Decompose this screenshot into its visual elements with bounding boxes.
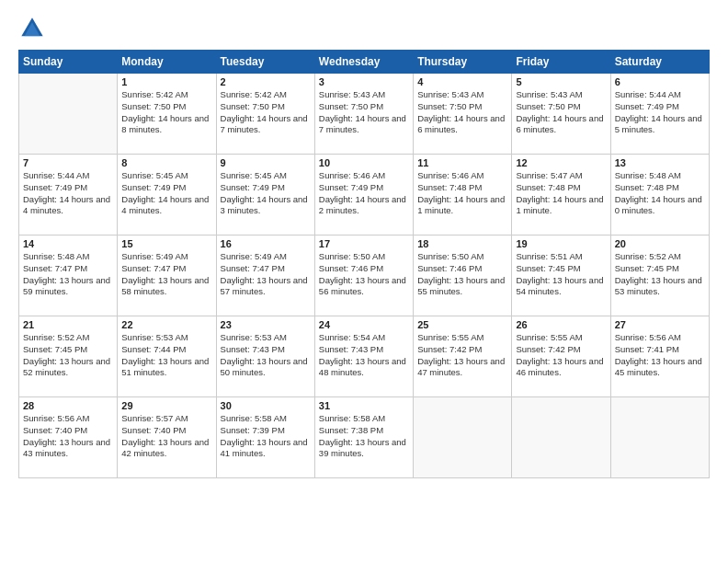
calendar-cell bbox=[19, 74, 118, 155]
calendar-cell bbox=[610, 397, 709, 478]
calendar-week-4: 21Sunrise: 5:52 AMSunset: 7:45 PMDayligh… bbox=[19, 316, 710, 397]
day-number: 14 bbox=[23, 238, 113, 249]
weekday-header-saturday: Saturday bbox=[610, 51, 709, 74]
calendar-cell: 16Sunrise: 5:49 AMSunset: 7:47 PMDayligh… bbox=[216, 236, 314, 316]
day-number: 19 bbox=[516, 238, 606, 249]
cell-info: Sunrise: 5:44 AMSunset: 7:49 PMDaylight:… bbox=[23, 170, 113, 217]
calendar-cell: 27Sunrise: 5:56 AMSunset: 7:41 PMDayligh… bbox=[610, 316, 709, 397]
calendar-cell: 28Sunrise: 5:56 AMSunset: 7:40 PMDayligh… bbox=[19, 397, 118, 478]
calendar-cell bbox=[512, 397, 610, 478]
calendar-cell bbox=[414, 397, 512, 478]
calendar-cell: 14Sunrise: 5:48 AMSunset: 7:47 PMDayligh… bbox=[19, 236, 118, 316]
cell-info: Sunrise: 5:49 AMSunset: 7:47 PMDaylight:… bbox=[121, 251, 211, 298]
calendar-cell: 31Sunrise: 5:58 AMSunset: 7:38 PMDayligh… bbox=[314, 397, 413, 478]
calendar-cell: 26Sunrise: 5:55 AMSunset: 7:42 PMDayligh… bbox=[512, 316, 610, 397]
header bbox=[18, 15, 710, 42]
day-number: 13 bbox=[615, 157, 705, 168]
calendar-cell: 12Sunrise: 5:47 AMSunset: 7:48 PMDayligh… bbox=[512, 155, 610, 236]
calendar-cell: 15Sunrise: 5:49 AMSunset: 7:47 PMDayligh… bbox=[118, 236, 216, 316]
day-number: 18 bbox=[417, 238, 507, 249]
day-number: 23 bbox=[221, 319, 311, 330]
calendar-cell: 25Sunrise: 5:55 AMSunset: 7:42 PMDayligh… bbox=[414, 316, 512, 397]
day-number: 8 bbox=[121, 157, 211, 168]
cell-info: Sunrise: 5:52 AMSunset: 7:45 PMDaylight:… bbox=[23, 332, 113, 379]
calendar-cell: 1Sunrise: 5:42 AMSunset: 7:50 PMDaylight… bbox=[118, 74, 216, 155]
day-number: 7 bbox=[23, 157, 113, 168]
cell-info: Sunrise: 5:53 AMSunset: 7:43 PMDaylight:… bbox=[221, 332, 311, 379]
weekday-header-friday: Friday bbox=[512, 51, 610, 74]
day-number: 6 bbox=[615, 76, 705, 87]
day-number: 3 bbox=[319, 76, 409, 87]
calendar-cell: 7Sunrise: 5:44 AMSunset: 7:49 PMDaylight… bbox=[19, 155, 118, 236]
calendar-cell: 17Sunrise: 5:50 AMSunset: 7:46 PMDayligh… bbox=[314, 236, 413, 316]
calendar-week-5: 28Sunrise: 5:56 AMSunset: 7:40 PMDayligh… bbox=[19, 397, 710, 478]
weekday-header-monday: Monday bbox=[118, 51, 216, 74]
logo-icon bbox=[18, 15, 46, 42]
day-number: 2 bbox=[221, 76, 311, 87]
cell-info: Sunrise: 5:45 AMSunset: 7:49 PMDaylight:… bbox=[221, 170, 311, 217]
cell-info: Sunrise: 5:44 AMSunset: 7:49 PMDaylight:… bbox=[615, 89, 705, 136]
cell-info: Sunrise: 5:42 AMSunset: 7:50 PMDaylight:… bbox=[221, 89, 311, 136]
page: SundayMondayTuesdayWednesdayThursdayFrid… bbox=[0, 0, 728, 563]
day-number: 30 bbox=[221, 400, 311, 411]
calendar-cell: 23Sunrise: 5:53 AMSunset: 7:43 PMDayligh… bbox=[216, 316, 314, 397]
weekday-header-row: SundayMondayTuesdayWednesdayThursdayFrid… bbox=[19, 51, 710, 74]
day-number: 28 bbox=[23, 400, 113, 411]
cell-info: Sunrise: 5:51 AMSunset: 7:45 PMDaylight:… bbox=[516, 251, 606, 298]
day-number: 16 bbox=[221, 238, 311, 249]
cell-info: Sunrise: 5:43 AMSunset: 7:50 PMDaylight:… bbox=[516, 89, 606, 136]
weekday-header-tuesday: Tuesday bbox=[216, 51, 314, 74]
logo bbox=[18, 15, 50, 42]
day-number: 1 bbox=[121, 76, 211, 87]
cell-info: Sunrise: 5:48 AMSunset: 7:48 PMDaylight:… bbox=[615, 170, 705, 217]
day-number: 20 bbox=[615, 238, 705, 249]
day-number: 5 bbox=[516, 76, 606, 87]
cell-info: Sunrise: 5:42 AMSunset: 7:50 PMDaylight:… bbox=[121, 89, 211, 136]
weekday-header-thursday: Thursday bbox=[414, 51, 512, 74]
calendar-cell: 4Sunrise: 5:43 AMSunset: 7:50 PMDaylight… bbox=[414, 74, 512, 155]
day-number: 9 bbox=[221, 157, 311, 168]
cell-info: Sunrise: 5:47 AMSunset: 7:48 PMDaylight:… bbox=[516, 170, 606, 217]
calendar-cell: 30Sunrise: 5:58 AMSunset: 7:39 PMDayligh… bbox=[216, 397, 314, 478]
calendar-cell: 20Sunrise: 5:52 AMSunset: 7:45 PMDayligh… bbox=[610, 236, 709, 316]
calendar-cell: 29Sunrise: 5:57 AMSunset: 7:40 PMDayligh… bbox=[118, 397, 216, 478]
calendar-cell: 9Sunrise: 5:45 AMSunset: 7:49 PMDaylight… bbox=[216, 155, 314, 236]
day-number: 12 bbox=[516, 157, 606, 168]
day-number: 31 bbox=[319, 400, 409, 411]
cell-info: Sunrise: 5:52 AMSunset: 7:45 PMDaylight:… bbox=[615, 251, 705, 298]
cell-info: Sunrise: 5:55 AMSunset: 7:42 PMDaylight:… bbox=[417, 332, 507, 379]
day-number: 10 bbox=[319, 157, 409, 168]
calendar-week-3: 14Sunrise: 5:48 AMSunset: 7:47 PMDayligh… bbox=[19, 236, 710, 316]
calendar-cell: 19Sunrise: 5:51 AMSunset: 7:45 PMDayligh… bbox=[512, 236, 610, 316]
calendar-week-2: 7Sunrise: 5:44 AMSunset: 7:49 PMDaylight… bbox=[19, 155, 710, 236]
calendar-cell: 24Sunrise: 5:54 AMSunset: 7:43 PMDayligh… bbox=[314, 316, 413, 397]
day-number: 22 bbox=[121, 319, 211, 330]
day-number: 4 bbox=[417, 76, 507, 87]
calendar-cell: 21Sunrise: 5:52 AMSunset: 7:45 PMDayligh… bbox=[19, 316, 118, 397]
day-number: 17 bbox=[319, 238, 409, 249]
calendar-cell: 13Sunrise: 5:48 AMSunset: 7:48 PMDayligh… bbox=[610, 155, 709, 236]
weekday-header-wednesday: Wednesday bbox=[314, 51, 413, 74]
cell-info: Sunrise: 5:56 AMSunset: 7:40 PMDaylight:… bbox=[23, 413, 113, 460]
cell-info: Sunrise: 5:50 AMSunset: 7:46 PMDaylight:… bbox=[319, 251, 409, 298]
calendar-cell: 10Sunrise: 5:46 AMSunset: 7:49 PMDayligh… bbox=[314, 155, 413, 236]
cell-info: Sunrise: 5:53 AMSunset: 7:44 PMDaylight:… bbox=[121, 332, 211, 379]
day-number: 15 bbox=[121, 238, 211, 249]
day-number: 25 bbox=[417, 319, 507, 330]
calendar-cell: 18Sunrise: 5:50 AMSunset: 7:46 PMDayligh… bbox=[414, 236, 512, 316]
day-number: 21 bbox=[23, 319, 113, 330]
calendar-cell: 22Sunrise: 5:53 AMSunset: 7:44 PMDayligh… bbox=[118, 316, 216, 397]
day-number: 26 bbox=[516, 319, 606, 330]
calendar-cell: 11Sunrise: 5:46 AMSunset: 7:48 PMDayligh… bbox=[414, 155, 512, 236]
day-number: 29 bbox=[121, 400, 211, 411]
day-number: 27 bbox=[615, 319, 705, 330]
cell-info: Sunrise: 5:58 AMSunset: 7:39 PMDaylight:… bbox=[221, 413, 311, 460]
cell-info: Sunrise: 5:46 AMSunset: 7:49 PMDaylight:… bbox=[319, 170, 409, 217]
weekday-header-sunday: Sunday bbox=[19, 51, 118, 74]
cell-info: Sunrise: 5:50 AMSunset: 7:46 PMDaylight:… bbox=[417, 251, 507, 298]
cell-info: Sunrise: 5:55 AMSunset: 7:42 PMDaylight:… bbox=[516, 332, 606, 379]
cell-info: Sunrise: 5:48 AMSunset: 7:47 PMDaylight:… bbox=[23, 251, 113, 298]
day-number: 24 bbox=[319, 319, 409, 330]
calendar-cell: 6Sunrise: 5:44 AMSunset: 7:49 PMDaylight… bbox=[610, 74, 709, 155]
cell-info: Sunrise: 5:46 AMSunset: 7:48 PMDaylight:… bbox=[417, 170, 507, 217]
